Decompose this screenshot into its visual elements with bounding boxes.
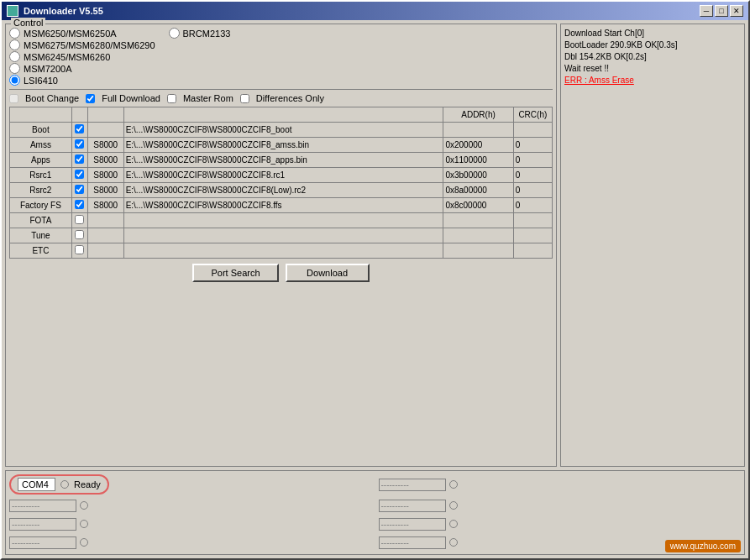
file-table: ADDR(h) CRC(h) Boot E:\...\WS8000CZCIF8\…	[9, 107, 553, 259]
row-type-2: S8000	[87, 153, 123, 168]
row-type-7	[87, 228, 123, 243]
table-row: Rsrc1 S8000 E:\...\WS8000CZCIF8\WS8000CZ…	[10, 168, 553, 183]
row-crc-2: 0	[513, 153, 552, 168]
row-path-5: E:\...\WS8000CZCIF8\WS8000CZCIF8.ffs	[123, 198, 443, 213]
log-line-0: Download Start Ch[0]	[564, 28, 741, 39]
radio-msm6245: MSM6245/MSM6260	[9, 51, 155, 62]
row-addr-4: 0x8a00000	[443, 183, 513, 198]
close-button[interactable]: ✕	[730, 5, 743, 17]
row-path-0: E:\...\WS8000CZCIF8\WS8000CZCIF8_boot	[123, 123, 443, 138]
boot-change-checkbox[interactable]	[9, 94, 18, 103]
main-row: Control MSM6250/MSM6250A MSM6275/MSM6280…	[5, 24, 745, 467]
status-right-indicator-4	[449, 538, 458, 547]
status-left-sub	[9, 497, 372, 551]
title-bar-text: Downloader V5.55	[7, 5, 103, 17]
log-line-4: ERR : Amss Erase	[564, 75, 741, 86]
differences-only-checkbox[interactable]	[240, 94, 249, 103]
status-ready-text: Ready	[74, 479, 101, 489]
table-row: Boot E:\...\WS8000CZCIF8\WS8000CZCIF8_bo…	[10, 123, 553, 138]
radio-msm6275-label: MSM6275/MSM6280/MSM6290	[24, 40, 155, 50]
radio-msm6275-input[interactable]	[9, 39, 20, 50]
row-addr-2: 0x1100000	[443, 153, 513, 168]
status-left-indicator-3	[80, 538, 88, 547]
row-name-6: FOTA	[10, 213, 72, 228]
row-path-3: E:\...\WS8000CZCIF8\WS8000CZCIF8.rc1	[123, 168, 443, 183]
app-icon	[7, 5, 18, 17]
status-left-input-3[interactable]	[9, 536, 76, 549]
window-title: Downloader V5.55	[24, 6, 103, 16]
row-addr-1: 0x200000	[443, 138, 513, 153]
radio-brcm-input[interactable]	[169, 28, 180, 39]
row-crc-4: 0	[513, 183, 552, 198]
row-name-8: ETC	[10, 243, 72, 259]
row-chk-7[interactable]	[71, 228, 87, 243]
full-download-checkbox[interactable]	[86, 94, 95, 103]
row-chk-6[interactable]	[71, 213, 87, 228]
row-chk-8[interactable]	[71, 243, 87, 259]
row-path-1: E:\...\WS8000CZCIF8\WS8000CZCIF8_amss.bi…	[123, 138, 443, 153]
radio-lsi6410: LSI6410	[9, 75, 155, 86]
status-left-input-2[interactable]	[9, 518, 76, 531]
row-addr-5: 0x8c00000	[443, 198, 513, 213]
table-row: ETC	[10, 243, 553, 259]
row-path-6	[123, 213, 443, 228]
radio-msm6245-label: MSM6245/MSM6260	[24, 52, 110, 62]
ready-indicator	[60, 480, 69, 489]
row-chk-4[interactable]	[71, 183, 87, 198]
log-panel: Download Start Ch[0]BootLoader 290.9KB O…	[560, 24, 745, 467]
status-left-input-1[interactable]	[9, 500, 76, 512]
row-addr-0	[443, 123, 513, 138]
status-right-indicator-2	[449, 501, 458, 510]
row-type-0	[87, 123, 123, 138]
table-row: Factory FS S8000 E:\...\WS8000CZCIF8\WS8…	[10, 198, 553, 213]
master-rom-label: Master Rom	[183, 93, 233, 103]
control-group-label: Control	[11, 18, 45, 28]
col-header-type	[87, 107, 123, 123]
status-right-input-4[interactable]	[379, 536, 446, 549]
title-bar-buttons: ─ □ ✕	[700, 5, 743, 17]
row-path-8	[123, 243, 443, 259]
radio-lsi6410-input[interactable]	[9, 75, 20, 86]
status-bar: COM4 Ready	[5, 470, 745, 555]
row-chk-5[interactable]	[71, 198, 87, 213]
row-path-4: E:\...\WS8000CZCIF8\WS8000CZCIF8(Low).rc…	[123, 183, 443, 198]
status-right-input-2[interactable]	[379, 500, 446, 512]
radio-msm6250: MSM6250/MSM6250A	[9, 28, 155, 39]
restore-button[interactable]: □	[715, 5, 728, 17]
status-port: COM4	[18, 478, 55, 491]
minimize-button[interactable]: ─	[700, 5, 713, 17]
content-area: Control MSM6250/MSM6250A MSM6275/MSM6280…	[2, 20, 748, 558]
status-right-input-3[interactable]	[379, 518, 446, 531]
status-right-input-1[interactable]	[379, 479, 446, 491]
main-window: Downloader V5.55 ─ □ ✕ Control MSM6250/M…	[0, 0, 750, 560]
radio-msm7200-input[interactable]	[9, 63, 20, 74]
row-name-1: Amss	[10, 138, 72, 153]
row-addr-8	[443, 243, 513, 259]
radio-msm6245-input[interactable]	[9, 51, 20, 62]
row-name-7: Tune	[10, 228, 72, 243]
row-chk-3[interactable]	[71, 168, 87, 183]
radio-msm6250-input[interactable]	[9, 28, 20, 39]
title-bar: Downloader V5.55 ─ □ ✕	[2, 2, 748, 20]
col-header-addr: ADDR(h)	[443, 107, 513, 123]
status-right-row-1	[379, 497, 742, 514]
radio-col-left: MSM6250/MSM6250A MSM6275/MSM6280/MSM6290…	[9, 28, 155, 86]
radio-section: MSM6250/MSM6250A MSM6275/MSM6280/MSM6290…	[9, 28, 553, 86]
table-row: Rsrc2 S8000 E:\...\WS8000CZCIF8\WS8000CZ…	[10, 183, 553, 198]
col-header-chk	[71, 107, 87, 123]
row-type-6	[87, 213, 123, 228]
row-chk-0[interactable]	[71, 123, 87, 138]
master-rom-checkbox[interactable]	[167, 94, 176, 103]
row-chk-2[interactable]	[71, 153, 87, 168]
row-chk-1[interactable]	[71, 138, 87, 153]
port-search-button[interactable]: Port Search	[192, 264, 278, 282]
differences-only-label: Differences Only	[256, 93, 324, 103]
status-right-row-2	[379, 516, 742, 532]
row-type-4: S8000	[87, 183, 123, 198]
row-type-5: S8000	[87, 198, 123, 213]
watermark: www.quzhuo.com	[665, 540, 741, 552]
status-right-indicator-1	[449, 480, 458, 489]
download-button[interactable]: Download	[286, 264, 370, 282]
radio-lsi6410-label: LSI6410	[24, 76, 58, 86]
status-left-row-1	[9, 497, 372, 514]
